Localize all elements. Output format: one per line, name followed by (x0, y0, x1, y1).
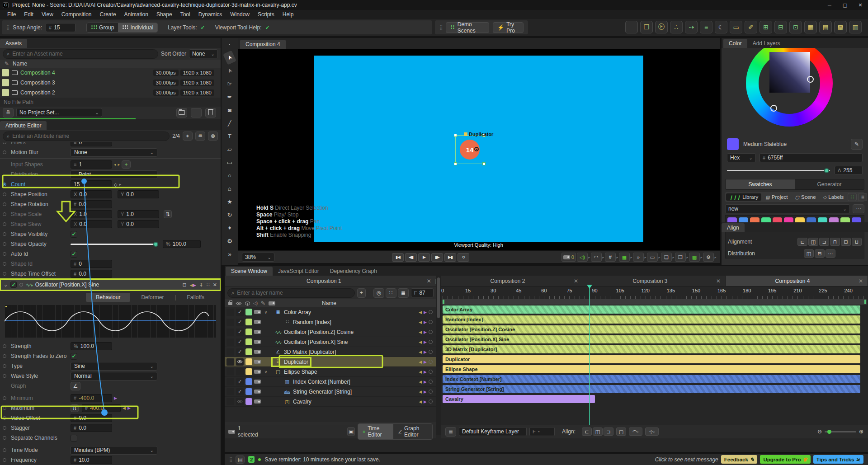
layer-row[interactable]: ✓ Oscillator [Position.Z] Cosine ◀ ▶ (225, 327, 436, 337)
rectangle-tool-icon[interactable]: ▭ (224, 158, 236, 167)
find-attribute-icon[interactable]: ⌖ (183, 132, 193, 141)
notification-badge[interactable]: 2 (248, 456, 255, 463)
keyframe-bullet[interactable] (3, 448, 6, 452)
next-key-icon[interactable]: ▶ (114, 396, 117, 400)
timeline-composition-tab[interactable]: Composition 4✕ (726, 276, 868, 286)
layer-row[interactable]: ✓ String Generator [String] ◀ ▶ (225, 387, 436, 397)
project-set-select[interactable]: No Project Set...⌄ (16, 108, 102, 117)
keyframe-layer-select[interactable]: Default Keyframe Layer (459, 427, 527, 436)
expand-icon[interactable]: » (224, 249, 236, 259)
magnet-icon[interactable]: ◠ (591, 253, 602, 262)
next-key-icon[interactable]: ▸ (119, 182, 122, 187)
type-select[interactable]: Sine⌄ (71, 362, 157, 371)
tag-icon[interactable] (254, 340, 261, 344)
close-icon[interactable]: ✕ (213, 282, 217, 288)
align-horizontal-icon[interactable]: ⊞ (760, 21, 772, 33)
grid-icon[interactable]: ▩ (834, 21, 847, 33)
keyframe-circle-icon[interactable] (429, 380, 433, 384)
index-context-icon[interactable] (283, 379, 291, 385)
drag-handle-icon[interactable]: ⣿ (6, 25, 9, 30)
settings-tool-icon[interactable]: ⚙ (224, 236, 236, 246)
state-cell[interactable]: ✓ (236, 378, 244, 385)
keyframe-circle-icon[interactable] (429, 370, 433, 374)
layer-list-scrollbar[interactable] (436, 276, 441, 435)
speaker-icon[interactable]: ◁) (577, 253, 588, 262)
lock-cell[interactable] (226, 398, 234, 405)
ruler-icon[interactable]: ▭ (730, 21, 742, 33)
tag-icon[interactable] (254, 320, 261, 324)
expand-arrow-icon[interactable]: ▸ (630, 255, 632, 259)
state-cell[interactable]: ✓ (236, 338, 244, 346)
matrix-icon[interactable] (274, 349, 282, 355)
prev-key-icon[interactable]: ◀ (123, 406, 126, 410)
attribute-editor-tab[interactable]: Attribute Editor (0, 121, 47, 130)
tag-icon[interactable] (254, 310, 261, 314)
maximize-button[interactable]: ▢ (837, 0, 853, 10)
columns-icon[interactable]: ▦ (804, 21, 817, 33)
layer-search-input[interactable] (237, 290, 351, 296)
individual-mode-button[interactable]: Individual (118, 23, 157, 32)
input-shapes-field[interactable]: ≡1 (71, 160, 112, 169)
distribute-random-icon[interactable]: ⋯ (826, 249, 835, 258)
minimum-field[interactable]: #-400.0 (71, 394, 112, 402)
keyframe-bullet[interactable] (3, 202, 6, 206)
layer-color-swatch[interactable] (245, 348, 252, 355)
checker-icon[interactable]: ▩ (689, 253, 700, 262)
console-icon[interactable]: ▤ (236, 456, 245, 464)
list-view-icon[interactable]: ≡ (858, 193, 867, 201)
assets-tab[interactable]: Assets (0, 39, 27, 48)
state-cell[interactable]: ✓ (236, 398, 244, 405)
keyframe-circle-icon[interactable] (429, 350, 433, 354)
keyframe-bullet[interactable] (3, 426, 6, 430)
upgrade-to-pro-button[interactable]: Upgrade to Pro♛ (760, 455, 810, 464)
timeline-frame-field[interactable]: F- (529, 427, 555, 436)
tab-behaviour[interactable]: Behaviour (86, 293, 130, 302)
tag-icon[interactable] (254, 399, 261, 404)
lock-cell[interactable] (226, 388, 234, 395)
oscillator-icon[interactable] (274, 339, 282, 345)
ease-curve-icon[interactable]: ◠▸ (629, 427, 642, 436)
add-to-scene-icon[interactable]: ∷ (207, 282, 210, 288)
next-key-icon[interactable]: ▶ (424, 360, 427, 364)
close-icon[interactable]: ✕ (423, 278, 435, 284)
timeline-zoom-slider[interactable] (825, 431, 856, 432)
keyframe-circle-icon[interactable] (429, 340, 433, 344)
panels-icon[interactable]: ▦ (619, 253, 630, 262)
copy-icon[interactable]: ❐ (675, 253, 686, 262)
keyframe-bullet[interactable] (3, 150, 6, 154)
shape-skew-y-field[interactable]: Y0.0 (118, 220, 159, 228)
step-forward-icon[interactable]: ▮▶ (431, 253, 443, 262)
menu-item[interactable]: Scripts (254, 11, 278, 18)
shape-skew-x-field[interactable]: X0.0 (71, 220, 112, 228)
hex-field[interactable]: #6755ff (760, 153, 863, 162)
layer-color-swatch[interactable] (245, 368, 252, 375)
timeline-row[interactable]: Color Array (441, 305, 868, 315)
frame-box-icon[interactable]: ▭ (647, 253, 658, 262)
eyedropper-icon[interactable]: ✎ (261, 300, 265, 306)
layer-tools-checkbox[interactable]: ✓ (201, 24, 205, 31)
shape-time-offset-field[interactable]: #0.0 (71, 270, 112, 278)
graph-curve-icon[interactable]: ∠ (71, 382, 80, 390)
tab-deformer[interactable]: Deformer (131, 293, 174, 302)
attribute-search-input[interactable] (12, 133, 165, 139)
next-key-icon[interactable]: ▶ (424, 370, 427, 374)
prev-next-keys-icon[interactable]: ◀▶ (190, 282, 196, 288)
state-cell[interactable]: ✓ (236, 319, 244, 326)
stagger-field[interactable]: #0.0 (71, 424, 112, 432)
menu-item[interactable]: Animation (121, 11, 152, 18)
eyedropper-icon[interactable]: ✎ (5, 61, 9, 67)
prev-key-icon[interactable]: ◀ (419, 350, 422, 354)
state-cell[interactable]: ✓ (236, 358, 244, 366)
next-key-icon[interactable]: ▶ (424, 320, 427, 324)
expand-arrow-icon[interactable]: ▸ (588, 255, 590, 259)
keyframe-bullet[interactable] (3, 436, 6, 440)
keyframe-bullet[interactable] (3, 183, 6, 186)
shape-id-field[interactable]: #0 (71, 260, 112, 268)
lock-cell[interactable] (226, 368, 234, 376)
oscillator-icon[interactable] (274, 329, 282, 335)
zoom-out-icon[interactable]: ⊖ (817, 428, 822, 435)
timeline-row[interactable]: Cavalry (441, 394, 868, 404)
select-tool-icon[interactable]: ➤ (223, 50, 236, 65)
shape-rotation-field[interactable]: #0.0 (71, 200, 112, 208)
timeline-row[interactable]: Oscillator [Position.Z] Cosine (441, 324, 868, 334)
